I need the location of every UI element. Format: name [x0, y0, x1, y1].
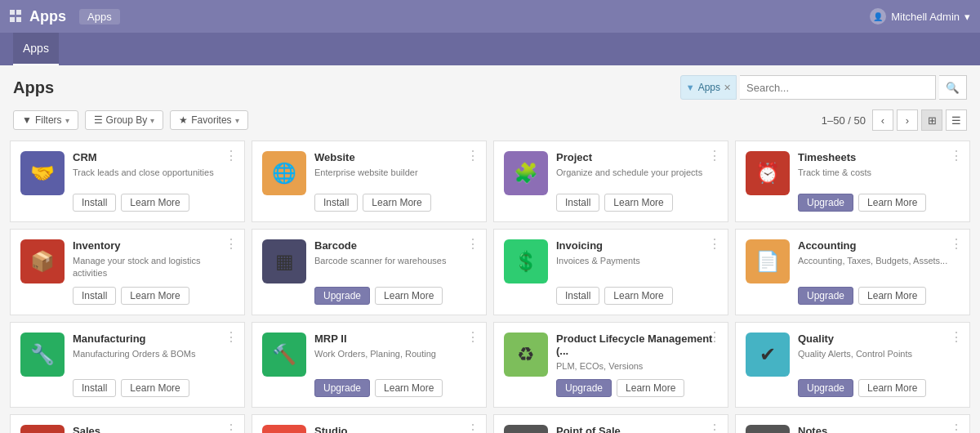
learn-more-button[interactable]: Learn More: [121, 287, 189, 305]
app-menu-icon[interactable]: ⋮: [950, 422, 963, 433]
learn-more-button[interactable]: Learn More: [121, 194, 189, 212]
learn-more-button[interactable]: Learn More: [858, 287, 926, 305]
grid-menu-icon[interactable]: [10, 10, 23, 23]
app-desc: Accounting, Taxes, Budgets, Assets...: [798, 255, 960, 280]
app-menu-icon[interactable]: ⋮: [225, 236, 238, 252]
upgrade-button[interactable]: Upgrade: [314, 287, 370, 305]
app-desc: Track time & costs: [798, 167, 960, 187]
learn-more-button[interactable]: Learn More: [858, 194, 926, 212]
app-actions: Install Learn More: [314, 194, 476, 212]
upgrade-button[interactable]: Upgrade: [798, 287, 853, 305]
app-icon: ✔: [746, 333, 790, 377]
app-actions: Install Learn More: [73, 194, 234, 212]
prev-page-button[interactable]: ‹: [872, 109, 893, 131]
learn-more-button[interactable]: Learn More: [375, 287, 443, 305]
app-icon: 💲: [504, 239, 548, 283]
toolbar-right: 1–50 / 50 ‹ › ⊞ ☰: [822, 109, 967, 131]
subnav-item-apps[interactable]: Apps: [13, 33, 59, 65]
groupby-button[interactable]: ☰ Group By ▾: [85, 110, 164, 130]
app-icon: 📄: [746, 239, 790, 283]
search-input[interactable]: [740, 75, 936, 100]
learn-more-button[interactable]: Learn More: [604, 287, 672, 305]
app-actions: Install Learn More: [556, 287, 718, 305]
app-menu-icon[interactable]: ⋮: [225, 422, 238, 433]
app-name: CRM: [73, 151, 234, 163]
next-page-button[interactable]: ›: [897, 109, 918, 131]
filters-label: Filters: [35, 114, 62, 126]
user-menu[interactable]: 👤 Mitchell Admin ▾: [870, 8, 970, 25]
favorites-button[interactable]: ★ Favorites ▾: [170, 110, 247, 130]
user-name: Mitchell Admin: [891, 11, 960, 23]
app-menu-icon[interactable]: ⋮: [225, 148, 238, 163]
page-header: Apps ▼ Apps ✕ 🔍: [0, 65, 980, 106]
install-button[interactable]: Install: [556, 194, 599, 212]
app-actions: Upgrade Learn More: [798, 287, 960, 305]
install-button[interactable]: Install: [73, 287, 116, 305]
search-tag-apps: ▼ Apps ✕: [680, 75, 737, 100]
app-content: Timesheets Track time & costs Upgrade Le…: [798, 151, 960, 212]
learn-more-button[interactable]: Learn More: [121, 379, 189, 397]
app-content: Accounting Accounting, Taxes, Budgets, A…: [798, 239, 960, 305]
app-card: 🔨 MRP II Work Orders, Planing, Routing U…: [252, 322, 487, 408]
upgrade-button[interactable]: Upgrade: [798, 379, 853, 397]
app-desc: Barcode scanner for warehouses: [314, 255, 476, 280]
search-button[interactable]: 🔍: [939, 75, 967, 100]
app-icon: 🌐: [262, 151, 306, 195]
app-icon: 🤝: [20, 151, 65, 195]
search-icon: 🔍: [946, 82, 960, 94]
app-menu-icon[interactable]: ⋮: [466, 236, 479, 252]
app-desc: Quality Alerts, Control Points: [798, 348, 960, 373]
upgrade-button[interactable]: Upgrade: [556, 379, 612, 397]
favorites-label: Favorites: [191, 114, 231, 126]
app-menu-icon[interactable]: ⋮: [466, 148, 479, 163]
app-menu-icon[interactable]: ⋮: [950, 236, 963, 252]
app-actions: Upgrade Learn More: [798, 379, 960, 397]
learn-more-button[interactable]: Learn More: [363, 194, 430, 212]
app-name: Notes: [798, 425, 960, 433]
app-content: Barcode Barcode scanner for warehouses U…: [314, 239, 476, 305]
groupby-icon: ☰: [94, 114, 103, 126]
app-menu-icon[interactable]: ⋮: [950, 148, 963, 163]
search-tag-label: Apps: [698, 82, 720, 93]
app-desc: PLM, ECOs, Versions: [556, 360, 718, 373]
filters-button[interactable]: ▼ Filters ▾: [13, 110, 78, 130]
app-desc: Enterprise website builder: [314, 167, 476, 187]
app-icon: ▦: [262, 239, 306, 283]
learn-more-button[interactable]: Learn More: [375, 379, 443, 397]
learn-more-button[interactable]: Learn More: [858, 379, 926, 397]
app-icon: 🧩: [504, 151, 548, 195]
install-button[interactable]: Install: [73, 194, 116, 212]
app-menu-icon[interactable]: ⋮: [708, 148, 721, 163]
upgrade-button[interactable]: Upgrade: [314, 379, 370, 397]
app-menu-icon[interactable]: ⋮: [708, 422, 721, 433]
search-tag-close[interactable]: ✕: [724, 83, 731, 93]
app-actions: Upgrade Learn More: [798, 194, 960, 212]
install-button[interactable]: Install: [73, 379, 116, 397]
install-button[interactable]: Install: [314, 194, 358, 212]
app-menu-icon[interactable]: ⋮: [466, 422, 479, 433]
app-menu-icon[interactable]: ⋮: [225, 329, 238, 345]
filters-arrow: ▾: [65, 116, 69, 125]
subnav: Apps: [0, 33, 980, 65]
list-view-button[interactable]: ☰: [946, 109, 967, 131]
upgrade-button[interactable]: Upgrade: [798, 194, 853, 212]
learn-more-button[interactable]: Learn More: [604, 194, 672, 212]
app-menu-icon[interactable]: ⋮: [708, 329, 721, 345]
app-card: 🔧 Manufacturing Manufacturing Orders & B…: [10, 322, 245, 408]
app-content: Studio Create and Customize Applications…: [314, 425, 476, 433]
app-name: Invoicing: [556, 239, 718, 252]
app-menu-icon[interactable]: ⋮: [466, 329, 479, 345]
app-menu-icon[interactable]: ⋮: [950, 329, 963, 345]
learn-more-button[interactable]: Learn More: [617, 379, 684, 397]
app-desc: Work Orders, Planing, Routing: [314, 348, 476, 373]
install-button[interactable]: Install: [556, 287, 599, 305]
app-content: Website Enterprise website builder Insta…: [314, 151, 476, 212]
grid-view-button[interactable]: ⊞: [921, 109, 942, 131]
app-menu-icon[interactable]: ⋮: [708, 236, 721, 252]
app-actions: Upgrade Learn More: [314, 287, 476, 305]
breadcrumb[interactable]: Apps: [79, 9, 120, 25]
app-icon: 📝: [746, 425, 790, 433]
filter-icon: ▼: [22, 114, 32, 126]
toolbar: ▼ Filters ▾ ☰ Group By ▾ ★ Favorites ▾ 1…: [0, 106, 980, 137]
app-card: 🧩 Project Organize and schedule your pro…: [493, 141, 728, 222]
